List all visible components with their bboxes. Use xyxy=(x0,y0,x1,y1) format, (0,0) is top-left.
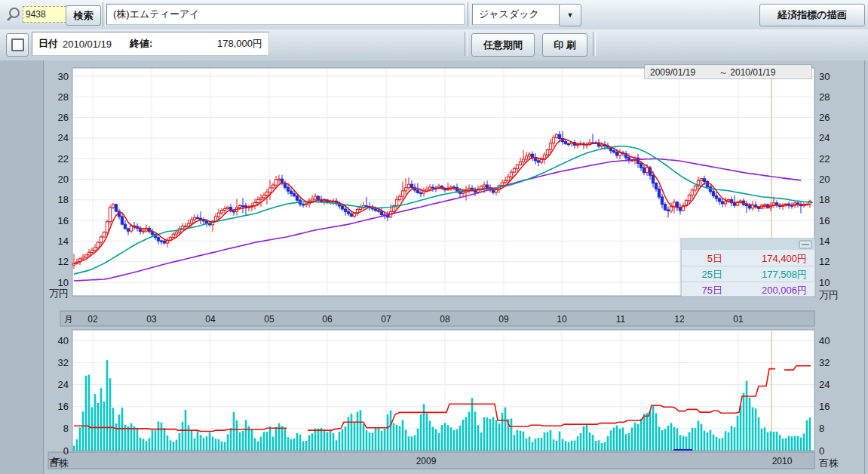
svg-text:12: 12 xyxy=(58,256,69,267)
svg-text:百株: 百株 xyxy=(819,457,839,469)
svg-text:40: 40 xyxy=(58,335,69,346)
svg-text:24: 24 xyxy=(819,132,830,143)
svg-text:～ 2010/01/19: ～ 2010/01/19 xyxy=(719,67,776,78)
divider xyxy=(468,2,471,26)
date-close-field: 日付 2010/01/19 終値: 178,000円 xyxy=(32,32,269,56)
svg-text:0: 0 xyxy=(63,445,69,457)
svg-text:25日: 25日 xyxy=(702,269,722,280)
svg-text:08: 08 xyxy=(440,314,450,325)
svg-text:24: 24 xyxy=(819,379,830,390)
overlay-checkbox-button[interactable] xyxy=(6,33,29,57)
svg-text:03: 03 xyxy=(146,314,157,325)
svg-text:2010: 2010 xyxy=(772,456,793,466)
svg-text:75日: 75日 xyxy=(702,285,722,296)
svg-text:22: 22 xyxy=(819,153,830,165)
chart-area: 月020304050607080910111201年20092010303028… xyxy=(0,60,868,474)
toolbar-row-2: 日付 2010/01/19 終値: 178,000円 日足 週足 月足 1年間 … xyxy=(0,29,868,60)
toolbar-row-1: 検索 (株)エムティーアイ ジャスダック ▼ 経済指標の描画 xyxy=(0,0,868,30)
stock-code-input[interactable] xyxy=(23,6,66,23)
svg-text:24: 24 xyxy=(58,379,69,390)
svg-text:07: 07 xyxy=(381,314,391,325)
checkbox-icon xyxy=(11,38,24,51)
svg-text:28: 28 xyxy=(819,91,830,103)
ma-legend-box[interactable]: 5日174,400円25日177,508円75日200,006円 xyxy=(681,239,815,297)
svg-text:月: 月 xyxy=(64,314,73,325)
svg-text:01: 01 xyxy=(733,314,744,325)
svg-text:5日: 5日 xyxy=(707,253,722,264)
svg-text:14: 14 xyxy=(58,235,69,247)
market-select-field[interactable]: ジャスダック xyxy=(472,4,560,25)
svg-text:10: 10 xyxy=(819,277,830,288)
svg-text:22: 22 xyxy=(58,153,69,165)
divider xyxy=(103,2,106,26)
svg-text:09: 09 xyxy=(498,314,509,325)
svg-text:万円: 万円 xyxy=(819,289,839,300)
svg-text:10: 10 xyxy=(58,277,69,288)
print-button[interactable]: 印 刷 xyxy=(542,33,587,57)
svg-text:16: 16 xyxy=(819,401,830,412)
divider xyxy=(465,32,468,56)
svg-text:24: 24 xyxy=(58,132,69,143)
date-range-box: 2009/01/19～ 2010/01/19 xyxy=(645,65,811,78)
svg-text:14: 14 xyxy=(819,235,830,247)
svg-text:28: 28 xyxy=(58,91,69,103)
svg-text:12: 12 xyxy=(819,256,830,267)
svg-text:200,006円: 200,006円 xyxy=(762,285,807,296)
svg-text:18: 18 xyxy=(819,194,830,205)
month-axis-strip: 月020304050607080910111201 xyxy=(60,311,814,326)
svg-text:12: 12 xyxy=(674,314,685,325)
svg-text:20: 20 xyxy=(819,174,830,185)
legend-minimize-button[interactable] xyxy=(799,241,811,248)
svg-text:02: 02 xyxy=(87,314,98,325)
date-value: 2010/01/19 xyxy=(63,38,112,50)
svg-text:2009: 2009 xyxy=(416,456,437,466)
market-dropdown-arrow-icon[interactable]: ▼ xyxy=(559,4,581,26)
close-label: 終値: xyxy=(130,37,152,51)
svg-text:百株: 百株 xyxy=(49,457,69,469)
magnifier-icon xyxy=(5,6,22,23)
svg-text:8: 8 xyxy=(819,423,824,434)
date-label: 日付 xyxy=(38,37,58,51)
svg-text:11: 11 xyxy=(616,314,626,325)
toolbar: 検索 (株)エムティーアイ ジャスダック ▼ 経済指標の描画 日付 2010/0… xyxy=(0,0,868,61)
svg-text:18: 18 xyxy=(58,194,69,205)
svg-text:26: 26 xyxy=(58,112,69,123)
svg-text:16: 16 xyxy=(819,215,830,226)
stock-chart-svg[interactable]: 月020304050607080910111201年20092010303028… xyxy=(0,60,868,474)
svg-text:40: 40 xyxy=(819,335,830,346)
close-value: 178,000円 xyxy=(217,37,262,51)
custom-period-button[interactable]: 任意期間 xyxy=(471,33,535,57)
svg-text:06: 06 xyxy=(322,314,333,325)
svg-text:16: 16 xyxy=(58,401,69,412)
company-name-field[interactable]: (株)エムティーアイ xyxy=(106,4,465,25)
svg-text:30: 30 xyxy=(819,71,830,82)
svg-text:20: 20 xyxy=(58,174,69,185)
svg-text:05: 05 xyxy=(264,314,275,325)
svg-text:万円: 万円 xyxy=(49,288,69,299)
svg-text:10: 10 xyxy=(557,314,567,325)
svg-text:174,400円: 174,400円 xyxy=(762,253,807,264)
svg-text:177,508円: 177,508円 xyxy=(762,269,807,280)
svg-text:16: 16 xyxy=(58,215,69,226)
stock-chart-app: 検索 (株)エムティーアイ ジャスダック ▼ 経済指標の描画 日付 2010/0… xyxy=(0,0,868,474)
svg-text:32: 32 xyxy=(819,357,830,368)
search-button[interactable]: 検索 xyxy=(66,5,101,26)
svg-text:04: 04 xyxy=(205,314,216,325)
svg-text:0: 0 xyxy=(819,445,824,457)
svg-text:30: 30 xyxy=(58,71,69,82)
svg-text:32: 32 xyxy=(58,357,69,368)
svg-text:26: 26 xyxy=(819,112,830,123)
economic-indicator-button[interactable]: 経済指標の描画 xyxy=(759,4,865,26)
svg-text:2009/01/19: 2009/01/19 xyxy=(650,67,695,78)
svg-text:8: 8 xyxy=(63,423,69,434)
divider xyxy=(593,32,596,56)
year-axis-strip: 年20092010 xyxy=(48,452,814,469)
